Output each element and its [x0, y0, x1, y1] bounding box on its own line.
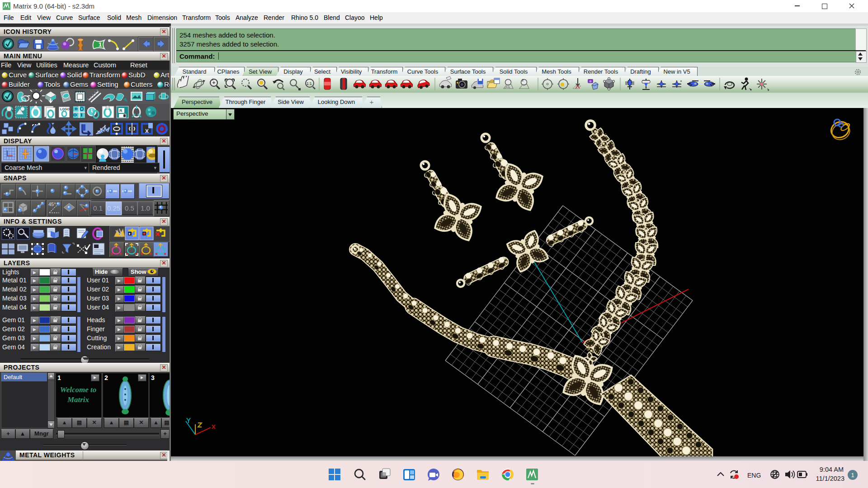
svg-text:2: 2 — [522, 78, 524, 82]
svg-text:1:1: 1:1 — [307, 81, 312, 86]
svg-text:11/1/2023: 11/1/2023 — [816, 475, 844, 482]
svg-text:ENG: ENG — [747, 472, 761, 479]
svg-text:1: 1 — [851, 472, 854, 479]
svg-text:Welcome to: Welcome to — [60, 385, 96, 394]
svg-text:9:04 AM: 9:04 AM — [820, 466, 844, 473]
svg-text:R: R — [119, 108, 123, 113]
svg-text:Matrix: Matrix — [67, 395, 90, 404]
svg-text:LOGO: LOGO — [60, 108, 70, 111]
svg-text:±: ± — [212, 77, 214, 81]
svg-text:1: 1 — [99, 41, 102, 48]
svg-text:45°: 45° — [48, 202, 56, 207]
